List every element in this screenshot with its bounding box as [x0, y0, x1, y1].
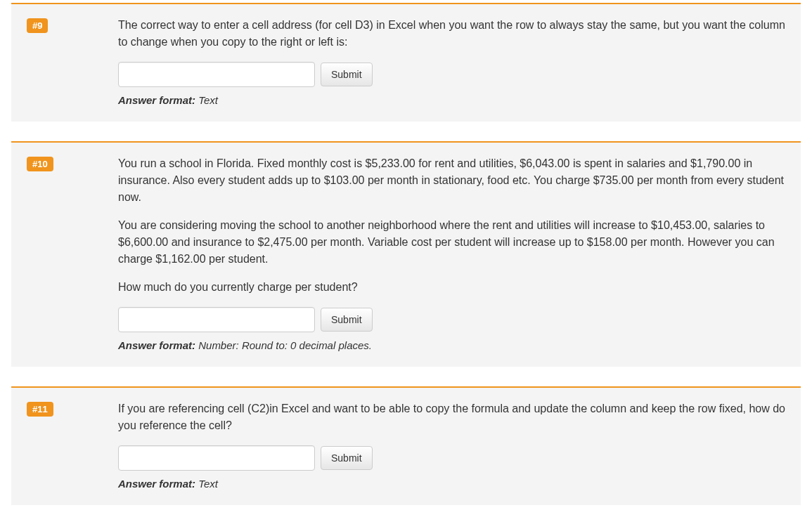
answer-row: Submit [118, 62, 785, 87]
question-paragraph: The correct way to enter a cell address … [118, 17, 785, 51]
submit-button[interactable]: Submit [321, 446, 373, 470]
question-number-badge: #9 [27, 18, 48, 33]
question-text: You run a school in Florida. Fixed month… [118, 155, 785, 296]
answer-format-value: Text [198, 478, 218, 490]
answer-format: Answer format: Text [118, 478, 785, 490]
badge-column: #10 [27, 155, 118, 171]
question-paragraph: How much do you currently charge per stu… [118, 279, 785, 296]
question-number-badge: #10 [27, 157, 53, 171]
question-block: #9 The correct way to enter a cell addre… [11, 3, 801, 122]
answer-format-label: Answer format: [118, 94, 195, 106]
badge-column: #11 [27, 400, 118, 417]
answer-format-label: Answer format: [118, 478, 195, 490]
question-block: #11 If you are referencing cell (C2)in E… [11, 386, 801, 505]
submit-button[interactable]: Submit [321, 308, 373, 332]
question-content: You run a school in Florida. Fixed month… [118, 155, 785, 351]
question-paragraph: You are considering moving the school to… [118, 217, 785, 268]
badge-column: #9 [27, 17, 118, 33]
answer-row: Submit [118, 445, 785, 471]
question-text: The correct way to enter a cell address … [118, 17, 785, 51]
answer-format-label: Answer format: [118, 339, 195, 351]
question-number-badge: #11 [27, 402, 53, 417]
answer-format: Answer format: Number: Round to: 0 decim… [118, 339, 785, 351]
question-content: The correct way to enter a cell address … [118, 17, 785, 106]
answer-format-value: Text [198, 94, 218, 106]
answer-format-value: Number: Round to: 0 decimal places. [198, 339, 372, 351]
submit-button[interactable]: Submit [321, 63, 373, 86]
answer-input[interactable] [118, 307, 315, 332]
answer-format: Answer format: Text [118, 94, 785, 106]
question-content: If you are referencing cell (C2)in Excel… [118, 400, 785, 490]
answer-row: Submit [118, 307, 785, 332]
question-block: #10 You run a school in Florida. Fixed m… [11, 141, 801, 367]
answer-input[interactable] [118, 62, 315, 87]
question-paragraph: If you are referencing cell (C2)in Excel… [118, 400, 785, 434]
question-paragraph: You run a school in Florida. Fixed month… [118, 155, 785, 206]
question-text: If you are referencing cell (C2)in Excel… [118, 400, 785, 434]
answer-input[interactable] [118, 445, 315, 471]
